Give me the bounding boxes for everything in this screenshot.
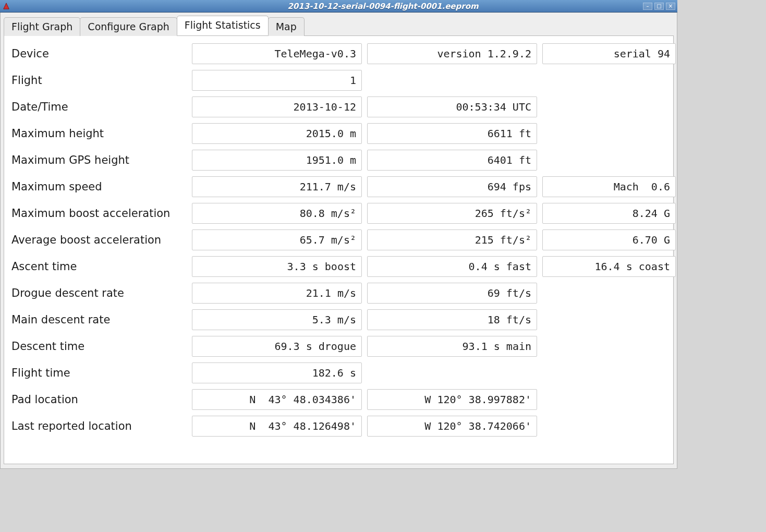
stat-value: 182.6 s — [192, 362, 362, 383]
stat-value: N 43° 48.126498' — [192, 416, 362, 437]
stat-value: 18 ft/s — [367, 309, 537, 330]
stat-label: Maximum speed — [9, 180, 187, 193]
app-icon — [2, 2, 10, 10]
stat-value: 6611 ft — [367, 123, 537, 144]
stat-row: Flight time182.6 s — [9, 362, 668, 383]
stat-value: 80.8 m/s² — [192, 203, 362, 224]
stat-label: Date/Time — [9, 101, 187, 113]
stat-row: Flight1 — [9, 70, 668, 91]
stat-value: 211.7 m/s — [192, 176, 362, 197]
stat-row: Main descent rate5.3 m/s18 ft/s — [9, 309, 668, 330]
stat-label: Flight time — [9, 367, 187, 379]
stat-row: Last reported locationN 43° 48.126498'W … — [9, 416, 668, 437]
maximize-button[interactable]: □ — [654, 3, 664, 10]
stats-rows: DeviceTeleMega-v0.3version 1.2.9.2serial… — [9, 43, 668, 437]
stat-label: Average boost acceleration — [9, 234, 187, 246]
close-button[interactable]: × — [666, 3, 675, 10]
stat-value: 65.7 m/s² — [192, 229, 362, 250]
stat-row: Maximum speed211.7 m/s694 fpsMach 0.6 — [9, 176, 668, 197]
stat-value: 69.3 s drogue — [192, 336, 362, 357]
stat-value: 69 ft/s — [367, 283, 537, 304]
flight-statistics-panel: DeviceTeleMega-v0.3version 1.2.9.2serial… — [4, 35, 674, 464]
stat-label: Descent time — [9, 340, 187, 353]
tab-map[interactable]: Map — [268, 17, 305, 36]
stat-label: Pad location — [9, 393, 187, 406]
stat-value: 2013-10-12 — [192, 96, 362, 117]
stat-value: 6401 ft — [367, 150, 537, 171]
stat-label: Main descent rate — [9, 313, 187, 326]
stat-value: 5.3 m/s — [192, 309, 362, 330]
stat-value: 00:53:34 UTC — [367, 96, 537, 117]
stat-value: 21.1 m/s — [192, 283, 362, 304]
stat-value: 0.4 s fast — [367, 256, 537, 277]
stat-row: Average boost acceleration65.7 m/s²215 f… — [9, 229, 668, 250]
stat-value: 215 ft/s² — [367, 229, 537, 250]
stat-value: 6.70 G — [542, 229, 676, 250]
window-title: 2013-10-12-serial-0094-flight-0001.eepro… — [0, 2, 677, 11]
stat-row: Descent time69.3 s drogue93.1 s main — [9, 336, 668, 357]
stat-value: TeleMega-v0.3 — [192, 43, 362, 64]
stat-value: 16.4 s coast — [542, 256, 676, 277]
tab-flight-statistics[interactable]: Flight Statistics — [177, 16, 269, 35]
stat-row: Drogue descent rate21.1 m/s69 ft/s — [9, 283, 668, 304]
stat-value: W 120° 38.997882' — [367, 389, 537, 410]
stat-value: 2015.0 m — [192, 123, 362, 144]
stat-label: Maximum boost acceleration — [9, 207, 187, 220]
tab-configure-graph[interactable]: Configure Graph — [80, 17, 177, 36]
tab-strip: Flight Graph Configure Graph Flight Stat… — [1, 16, 677, 35]
work-area: Flight Graph Configure Graph Flight Stat… — [0, 13, 677, 469]
stat-value: 265 ft/s² — [367, 203, 537, 224]
stat-row: Maximum height2015.0 m6611 ft — [9, 123, 668, 144]
minimize-button[interactable]: – — [643, 3, 652, 10]
stat-value: 8.24 G — [542, 203, 676, 224]
stat-label: Drogue descent rate — [9, 287, 187, 299]
stat-row: Date/Time2013-10-1200:53:34 UTC — [9, 96, 668, 117]
stat-value: 694 fps — [367, 176, 537, 197]
stat-label: Ascent time — [9, 260, 187, 273]
stat-value: version 1.2.9.2 — [367, 43, 537, 64]
stat-row: Maximum boost acceleration80.8 m/s²265 f… — [9, 203, 668, 224]
window-titlebar: 2013-10-12-serial-0094-flight-0001.eepro… — [0, 0, 677, 13]
stat-value: W 120° 38.742066' — [367, 416, 537, 437]
stat-label: Device — [9, 47, 187, 60]
stat-value: 93.1 s main — [367, 336, 537, 357]
stat-value: 3.3 s boost — [192, 256, 362, 277]
stat-value: serial 94 — [542, 43, 676, 64]
stat-value: 1951.0 m — [192, 150, 362, 171]
stat-row: Ascent time3.3 s boost0.4 s fast16.4 s c… — [9, 256, 668, 277]
stat-value: 1 — [192, 70, 362, 91]
stat-row: Pad locationN 43° 48.034386'W 120° 38.99… — [9, 389, 668, 410]
stat-label: Flight — [9, 74, 187, 87]
tab-flight-graph[interactable]: Flight Graph — [4, 17, 80, 36]
stat-label: Maximum height — [9, 127, 187, 140]
stat-value: N 43° 48.034386' — [192, 389, 362, 410]
stat-label: Last reported location — [9, 420, 187, 432]
stat-label: Maximum GPS height — [9, 154, 187, 166]
stat-value: Mach 0.6 — [542, 176, 676, 197]
stat-row: DeviceTeleMega-v0.3version 1.2.9.2serial… — [9, 43, 668, 64]
stat-row: Maximum GPS height1951.0 m6401 ft — [9, 150, 668, 171]
